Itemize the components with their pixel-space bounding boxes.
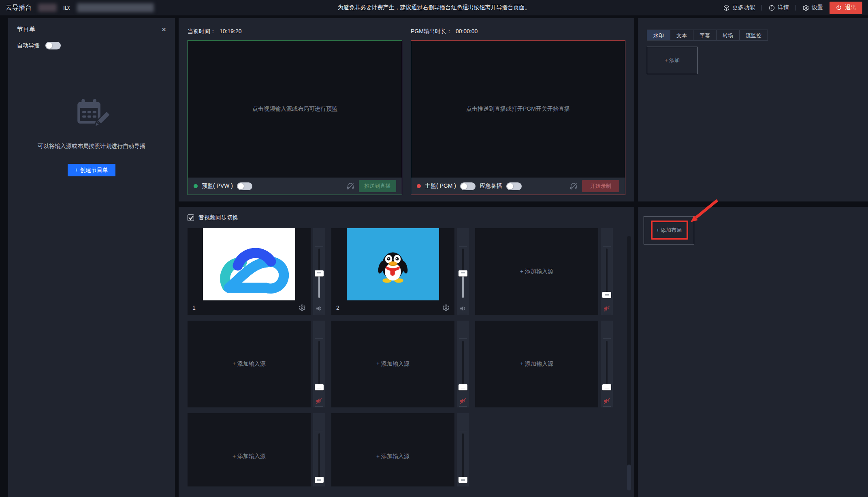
topbar-left: 云导播台 ID:	[6, 3, 154, 12]
source-slot-8: + 添加输入源	[331, 413, 469, 486]
redacted-badge	[38, 4, 57, 12]
settings-button[interactable]: 设置	[802, 4, 823, 11]
volume-handle[interactable]	[315, 384, 324, 390]
volume-track[interactable]	[462, 248, 464, 298]
monitor-panel: 当前时间： 10:19:20 点击视频输入源或布局可进行预监 预监( PVW )…	[179, 18, 634, 201]
volume-handle[interactable]	[459, 384, 467, 390]
add-source-button[interactable]: + 添加输入源	[331, 413, 454, 486]
volume-handle[interactable]	[315, 477, 324, 483]
source-slot-4: + 添加输入源	[188, 321, 325, 407]
scrollbar-thumb[interactable]	[627, 465, 631, 491]
overlay-tabs: 水印 文本 字幕 转场 流监控	[647, 30, 868, 41]
av-sync-checkbox[interactable]	[188, 214, 194, 221]
headphone-muted-icon[interactable]	[346, 182, 355, 191]
exit-button[interactable]: 退出	[830, 2, 862, 14]
source-thumbnail	[203, 228, 295, 300]
pvw-toggle[interactable]	[237, 182, 252, 190]
backup-label: 应急备播	[480, 182, 502, 190]
speaker-muted-icon[interactable]	[603, 397, 611, 405]
source-slot-3: + 添加输入源	[475, 228, 613, 315]
pgm-toggle[interactable]	[460, 182, 476, 190]
program-list-title: 节目单	[17, 26, 35, 33]
sources-panel: 音视频同步切换	[179, 207, 634, 497]
app-title: 云导播台	[6, 4, 32, 12]
pvw-block: 当前时间： 10:19:20 点击视频输入源或布局可进行预监 预监( PVW )…	[188, 28, 402, 201]
volume-track[interactable]	[462, 341, 464, 390]
volume-track[interactable]	[318, 248, 320, 298]
source-cell-1[interactable]: 1	[188, 228, 311, 315]
start-record-button[interactable]: 开始录制	[582, 180, 619, 192]
overlay-panel: 水印 文本 字幕 转场 流监控 + 添加	[638, 18, 868, 201]
billing-warning: 为避免非必要计费产生，建议通过右侧导播台红色退出按钮离开导播台页面。	[338, 0, 531, 15]
add-source-button[interactable]: + 添加输入源	[188, 413, 311, 486]
av-sync-row: 音视频同步切换	[188, 214, 625, 221]
volume-track[interactable]	[606, 248, 608, 298]
add-source-button[interactable]: + 添加输入源	[475, 321, 598, 407]
volume-handle[interactable]	[459, 477, 467, 483]
volume-slider	[457, 228, 469, 315]
tab-watermark[interactable]: 水印	[647, 30, 670, 41]
tab-subtitle[interactable]: 字幕	[693, 30, 717, 41]
volume-track[interactable]	[462, 433, 464, 483]
pgm-duration-row: PGM输出时长： 00:00:00	[411, 28, 625, 35]
tab-stream-monitor[interactable]: 流监控	[739, 30, 768, 41]
push-to-live-button[interactable]: 推送到直播	[359, 180, 396, 192]
create-program-button[interactable]: + 创建节目单	[68, 164, 115, 176]
volume-handle[interactable]	[602, 292, 611, 298]
source-slot-7: + 添加输入源	[188, 413, 325, 486]
topbar-actions: 更多功能 详情 设置 退出	[723, 2, 862, 14]
close-icon[interactable]: ×	[162, 26, 166, 33]
add-source-button[interactable]: + 添加输入源	[331, 321, 454, 407]
calendar-icon	[73, 96, 110, 131]
program-empty-hint: 可以将输入源或布局按照计划进行自动导播	[38, 143, 145, 150]
add-source-button[interactable]: + 添加输入源	[475, 228, 598, 315]
cube-icon	[723, 4, 730, 11]
volume-slider	[601, 228, 613, 315]
info-icon	[768, 4, 775, 11]
volume-slider	[313, 321, 325, 407]
speaker-muted-icon[interactable]	[315, 397, 323, 405]
speaker-muted-icon[interactable]	[459, 397, 467, 405]
auto-director-row: 自动导播	[8, 33, 175, 49]
gear-icon	[802, 4, 809, 11]
source-cell-bar: 1	[188, 300, 311, 315]
pvw-label: 预监( PVW )	[202, 182, 233, 190]
volume-handle[interactable]	[602, 384, 611, 390]
speaker-muted-icon[interactable]	[603, 304, 611, 313]
grid-scrollbar[interactable]	[627, 236, 631, 491]
volume-track[interactable]	[318, 341, 320, 390]
more-features-button[interactable]: 更多功能	[723, 4, 755, 11]
pgm-preview-box: 点击推送到直播或打开PGM开关开始直播 主监( PGM ) 应急备播 开始录制	[411, 40, 625, 195]
tab-text[interactable]: 文本	[670, 30, 693, 41]
sources-grid: 1	[188, 228, 625, 486]
power-icon	[836, 4, 842, 11]
backup-toggle[interactable]	[506, 182, 522, 190]
volume-track[interactable]	[318, 433, 320, 483]
pgm-video-area[interactable]: 点击推送到直播或打开PGM开关开始直播	[411, 41, 625, 178]
sources-grid-viewport: 1	[188, 228, 625, 486]
add-source-button[interactable]: + 添加输入源	[188, 321, 311, 407]
volume-slider	[457, 413, 469, 486]
tencent-cloud-logo	[203, 228, 295, 300]
speaker-icon[interactable]	[459, 304, 467, 313]
topbar: 云导播台 ID: 为避免非必要计费产生，建议通过右侧导播台红色退出按钮离开导播台…	[0, 0, 868, 15]
volume-track[interactable]	[606, 341, 608, 390]
gear-icon[interactable]	[299, 304, 306, 311]
gear-icon[interactable]	[442, 304, 450, 311]
divider	[761, 5, 762, 11]
auto-director-toggle[interactable]	[45, 42, 61, 49]
pgm-duration-label: PGM输出时长：	[411, 28, 452, 35]
pgm-label: 主监( PGM )	[425, 182, 456, 190]
add-watermark-button[interactable]: + 添加	[647, 47, 697, 74]
pvw-video-area[interactable]: 点击视频输入源或布局可进行预监	[188, 41, 402, 178]
tab-transition[interactable]: 转场	[716, 30, 740, 41]
volume-handle[interactable]	[315, 270, 324, 276]
headphone-muted-icon[interactable]	[569, 182, 578, 191]
details-button[interactable]: 详情	[768, 4, 789, 11]
add-layout-button[interactable]: + 添加布局	[644, 216, 694, 244]
source-cell-bar: 2	[331, 300, 454, 315]
speaker-icon[interactable]	[315, 304, 323, 313]
volume-handle[interactable]	[459, 270, 467, 276]
source-cell-2[interactable]: 2	[331, 228, 454, 315]
volume-slider	[313, 228, 325, 315]
